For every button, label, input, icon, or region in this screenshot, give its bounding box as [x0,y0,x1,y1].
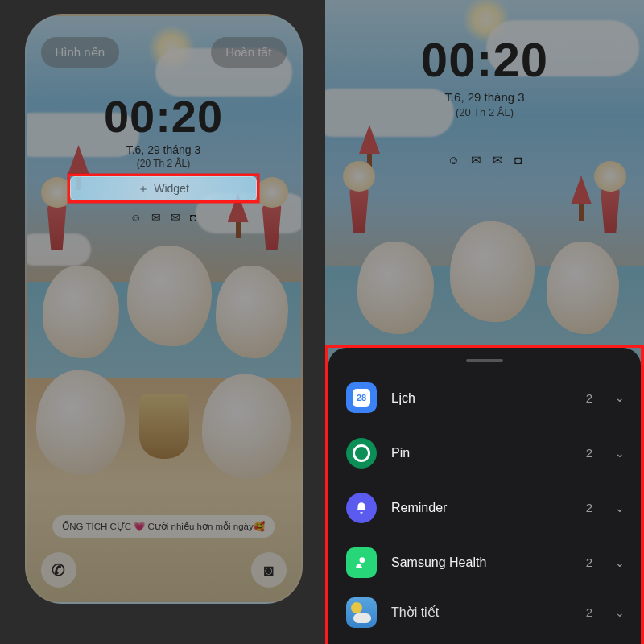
shortcut-phone[interactable]: ✆ [41,552,76,588]
widget-picker-sheet[interactable]: 28 Lịch 2 ⌄ Pin 2 ⌄ Reminder 2 ⌄ Samsung… [328,348,641,644]
wallpaper-dog [36,370,125,475]
done-button[interactable]: Hoàn tất [211,37,286,68]
clock-date: T.6, 29 tháng 3 [27,143,301,156]
add-widget-button[interactable]: ＋ Widget [70,176,257,200]
widget-row-calendar[interactable]: 28 Lịch 2 ⌄ [328,370,641,425]
chevron-down-icon: ⌄ [615,502,625,514]
wallpaper-dog [43,266,119,358]
notif-person-icon: ☺ [130,211,142,224]
chevron-down-icon: ⌄ [615,606,625,619]
wallpaper-parfait [343,161,375,233]
health-icon [346,547,377,578]
widget-row-count: 2 [586,391,592,405]
widget-row-health[interactable]: Samsung Health 2 ⌄ [328,535,641,589]
camera-icon: ◙ [263,561,273,580]
notif-app-icon: ◘ [190,211,196,224]
widget-row-count: 2 [586,446,592,460]
notification-icons-row[interactable]: ☺ ✉ ✉ ◘ [27,211,301,224]
wallpaper-cup [139,394,189,459]
wallpaper-button[interactable]: Hình nền [41,37,120,68]
widget-row-count: 2 [586,555,592,569]
widget-row-count: 2 [586,501,592,514]
widget-row-weather[interactable]: Thời tiết 2 ⌄ [328,589,641,634]
clock-date: T.6, 29 tháng 3 [325,90,644,104]
wallpaper-dog [357,242,434,334]
chevron-down-icon: ⌄ [615,391,625,404]
weather-icon [346,597,377,628]
notif-mail-icon: ✉ [493,153,503,167]
widget-row-label: Samsung Health [391,555,572,570]
wallpaper-parfait [594,161,626,233]
wallpaper-dog [450,221,535,322]
notification-icons-row: ☺ ✉ ✉ ◘ [325,153,644,167]
chevron-down-icon: ⌄ [615,556,625,569]
widget-row-label: Pin [391,446,572,460]
calendar-icon: 28 [346,382,377,413]
clock-date-lunar: (20 Th 2 ÂL) [27,158,301,169]
widget-row-label: Reminder [391,501,572,515]
caption-chip[interactable]: ỐNG TÍCH CỰC 💗 Cười nhiều hơn mỗi ngày🥰 [52,515,275,538]
phone-icon: ✆ [52,560,65,580]
clock-time: 00:20 [325,32,644,88]
widget-picker-highlight: 28 Lịch 2 ⌄ Pin 2 ⌄ Reminder 2 ⌄ Samsung… [325,345,644,644]
lock-screen-preview: Hình nền Hoàn tất 00:20 T.6, 29 tháng 3 … [25,14,303,604]
chevron-down-icon: ⌄ [615,447,625,460]
wallpaper-dog [547,242,619,334]
clock-date-lunar: (20 Th 2 ÂL) [325,106,644,118]
widget-row-battery[interactable]: Pin 2 ⌄ [328,425,641,480]
notif-person-icon: ☺ [448,153,460,167]
plus-icon: ＋ [138,183,149,194]
battery-icon [346,438,377,469]
wallpaper-dog [202,374,291,479]
notif-chat-icon: ✉ [471,153,481,167]
notif-mail-icon: ✉ [171,211,180,224]
shortcut-camera[interactable]: ◙ [251,552,287,588]
widget-row-reminder[interactable]: Reminder 2 ⌄ [328,480,641,535]
left-screenshot: Hình nền Hoàn tất 00:20 T.6, 29 tháng 3 … [6,0,320,644]
widget-row-count: 2 [586,605,592,619]
add-widget-label: Widget [154,182,189,195]
reminder-icon [346,493,377,523]
clock-time[interactable]: 00:20 [27,90,301,142]
wallpaper-dog [216,266,288,358]
widget-row-label: Thời tiết [391,605,572,620]
add-widget-highlight: ＋ Widget [68,174,259,203]
wallpaper-dog [127,246,212,346]
sheet-drag-handle[interactable] [466,359,503,362]
notif-app-icon: ◘ [514,153,522,167]
widget-row-label: Lịch [391,390,572,406]
notif-chat-icon: ✉ [151,211,161,224]
wallpaper-tree [571,175,592,221]
